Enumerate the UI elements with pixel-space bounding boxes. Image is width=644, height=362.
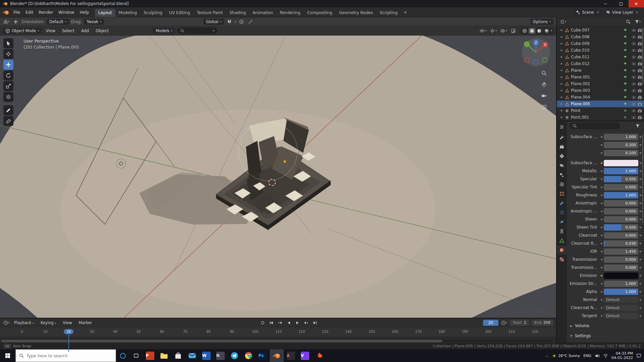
frame-tick[interactable]: 140 — [337, 327, 360, 337]
annotate-tool[interactable] — [3, 105, 13, 115]
frame-tick[interactable]: 120 — [290, 327, 314, 337]
keyframe-dot[interactable] — [640, 291, 641, 293]
keyframe-dot[interactable] — [640, 235, 641, 236]
add-menu[interactable]: Add — [78, 27, 92, 34]
frame-tick[interactable]: 190 — [453, 327, 477, 337]
settings-section-header[interactable]: ▼ Settings — [568, 332, 643, 340]
expand-arrow-icon[interactable]: ▶ — [561, 96, 565, 99]
keyframe-dot[interactable] — [640, 194, 641, 196]
outliner-row[interactable]: ▶ Cube.009 — [557, 40, 644, 47]
scene-unlink-icon[interactable]: × — [596, 10, 600, 14]
pan-hand-icon[interactable] — [540, 80, 548, 88]
decorator-dot[interactable] — [601, 227, 602, 228]
visibility-eye-icon[interactable] — [632, 82, 636, 86]
decorator-dot[interactable] — [601, 259, 602, 260]
object-visibility-dropdown[interactable]: ▾ — [478, 28, 488, 34]
keyframe-dot[interactable] — [640, 219, 641, 220]
move-tool[interactable] — [3, 60, 13, 70]
active-tool-move-icon[interactable] — [12, 18, 19, 25]
timeline-scrollbar-thumb[interactable] — [1, 340, 442, 342]
visibility-eye-icon[interactable] — [632, 68, 636, 73]
object-name[interactable]: Cube.007 — [571, 28, 622, 33]
frame-tick[interactable]: 90 — [220, 327, 244, 337]
add-workspace-button[interactable]: + — [401, 9, 410, 16]
properties-editor-type-button[interactable] — [557, 123, 567, 131]
help-menu[interactable]: Help — [77, 9, 91, 16]
mode-selector[interactable]: Object Mode▾ — [3, 28, 42, 34]
expand-arrow-icon[interactable]: ▶ — [561, 36, 565, 38]
visibility-eye-icon[interactable] — [632, 95, 636, 100]
workspace-tab[interactable]: Texture Paint — [194, 9, 226, 17]
outliner-row[interactable]: ▶ Cube.007 — [557, 27, 644, 34]
keyframe-dot[interactable] — [640, 299, 641, 301]
outliner-row[interactable]: ▶ Cube.011 — [557, 54, 644, 60]
orientation-dropdown[interactable]: Default▾ — [47, 19, 69, 25]
frame-tick[interactable]: 50 — [127, 327, 151, 337]
object-name[interactable]: Plane.005 — [571, 102, 622, 106]
visibility-eye-icon[interactable] — [632, 109, 636, 113]
render-visibility-camera-icon[interactable] — [638, 102, 642, 106]
wifi-icon[interactable] — [603, 353, 608, 358]
property-field[interactable]: 0.000 — [604, 216, 638, 223]
keyframe-dot[interactable] — [640, 283, 641, 285]
visibility-eye-icon[interactable] — [632, 62, 636, 66]
notification-center-icon[interactable] — [636, 353, 641, 358]
expand-arrow-icon[interactable]: ▶ — [561, 89, 565, 92]
timeline-scrollbar[interactable] — [1, 340, 553, 342]
properties-filter-icon[interactable] — [634, 123, 641, 129]
view-layer-selector[interactable]: View Layer × — [604, 9, 641, 15]
blender-menu-icon[interactable] — [3, 9, 9, 16]
transform-tool[interactable] — [3, 92, 13, 102]
select-menu[interactable]: Select — [59, 27, 77, 34]
keyframe-dot[interactable] — [640, 210, 641, 212]
audio-app-icon[interactable]: A — [284, 349, 298, 362]
scene-selector[interactable]: Scene × — [574, 9, 602, 15]
visibility-eye-icon[interactable] — [632, 55, 636, 59]
render-visibility-camera-icon[interactable] — [638, 88, 642, 93]
keyframe-dot[interactable] — [640, 202, 641, 204]
render-tab[interactable] — [557, 142, 567, 151]
powerpoint-icon[interactable]: P — [143, 349, 157, 362]
workspace-tab[interactable]: Animation — [249, 9, 276, 17]
keyframe-dot[interactable] — [640, 307, 641, 309]
object-name[interactable]: Point — [571, 108, 622, 113]
transform-orientation-dropdown[interactable]: Global▾ — [203, 19, 224, 25]
keyframe-dot[interactable] — [640, 170, 641, 172]
object-name[interactable]: Plane.002 — [571, 81, 622, 86]
decorator-dot[interactable] — [601, 283, 602, 285]
playback-menu[interactable]: Playback ▾ — [11, 319, 37, 326]
language-indicator[interactable]: ENG — [583, 354, 591, 358]
timeline-ruler[interactable]: 0 10 20 30 40 50 60 — [0, 327, 556, 337]
telegram-icon[interactable] — [227, 349, 241, 362]
keyframe-dot[interactable] — [640, 227, 641, 228]
property-field[interactable]: Default — [604, 313, 638, 319]
falloff-curve-icon[interactable] — [247, 18, 254, 25]
expand-arrow-icon[interactable]: ▶ — [561, 76, 565, 78]
decorator-dot[interactable] — [601, 136, 602, 138]
outliner-row[interactable]: ▶ Plane.004 — [557, 94, 644, 101]
expand-arrow-icon[interactable]: ▶ — [561, 103, 565, 105]
property-field[interactable]: 0.200 — [604, 142, 638, 148]
properties-scrollbar[interactable] — [642, 135, 643, 223]
workspace-tab[interactable]: Modeling — [115, 9, 141, 17]
workspace-tab[interactable]: Shading — [226, 9, 249, 17]
render-visibility-camera-icon[interactable] — [638, 28, 642, 33]
property-field[interactable]: 1.000 — [604, 134, 638, 140]
frame-tick[interactable]: 10 — [34, 327, 57, 337]
keying-menu[interactable]: Keying ▾ — [38, 319, 59, 326]
frame-tick[interactable]: 150 — [360, 327, 384, 337]
marker-menu[interactable]: Marker — [76, 319, 95, 326]
chrome-icon[interactable] — [241, 349, 256, 362]
decorator-dot[interactable] — [601, 170, 602, 172]
minimize-button[interactable] — [598, 0, 613, 7]
visibility-eye-icon[interactable] — [632, 102, 636, 106]
mail-icon[interactable] — [185, 349, 199, 362]
keyframe-dot[interactable] — [640, 186, 641, 188]
jump-to-end-button[interactable] — [311, 319, 319, 326]
visibility-eye-icon[interactable] — [632, 88, 636, 93]
frame-tick[interactable]: 100 — [244, 327, 267, 337]
outliner-row[interactable]: ▶ Plane.003 — [557, 87, 644, 94]
property-field[interactable]: Default — [604, 305, 638, 311]
object-name[interactable]: Plane.003 — [571, 88, 622, 93]
viewport-3d[interactable]: User Perspective (20) Collection | Plane… — [0, 36, 556, 318]
